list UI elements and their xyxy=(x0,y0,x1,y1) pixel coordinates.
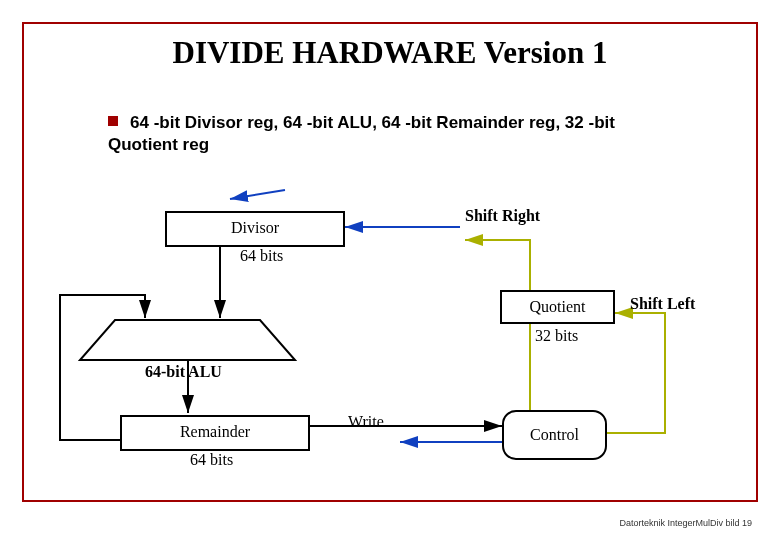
shift-left-label: Shift Left xyxy=(630,295,695,313)
alu-shape xyxy=(80,320,295,360)
svg-line-1 xyxy=(230,190,285,199)
quotient-bits: 32 bits xyxy=(535,327,578,345)
slide-title: DIVIDE HARDWARE Version 1 xyxy=(0,35,780,71)
shift-right-label: Shift Right xyxy=(465,207,540,225)
quotient-label: Quotient xyxy=(502,298,613,316)
alu-label: 64-bit ALU xyxy=(145,363,222,381)
control-label: Control xyxy=(504,426,605,444)
bullet-row: 64 -bit Divisor reg, 64 -bit ALU, 64 -bi… xyxy=(108,112,678,156)
remainder-label: Remainder xyxy=(122,423,308,441)
divisor-box: Divisor xyxy=(165,211,345,247)
control-box: Control xyxy=(502,410,607,460)
slide: DIVIDE HARDWARE Version 1 64 -bit Diviso… xyxy=(0,0,780,540)
quotient-box: Quotient xyxy=(500,290,615,324)
diagram: Divisor 64 bits Shift Right 64-bit ALU Q… xyxy=(60,185,720,475)
footer-text: Datorteknik IntegerMulDiv bild 19 xyxy=(619,518,752,528)
write-label: Write xyxy=(348,413,384,431)
bullet-text: 64 -bit Divisor reg, 64 -bit ALU, 64 -bi… xyxy=(108,113,615,154)
remainder-box: Remainder xyxy=(120,415,310,451)
divisor-bits: 64 bits xyxy=(240,247,283,265)
divisor-label: Divisor xyxy=(167,219,343,237)
bullet-icon xyxy=(108,116,118,126)
remainder-bits: 64 bits xyxy=(190,451,233,469)
